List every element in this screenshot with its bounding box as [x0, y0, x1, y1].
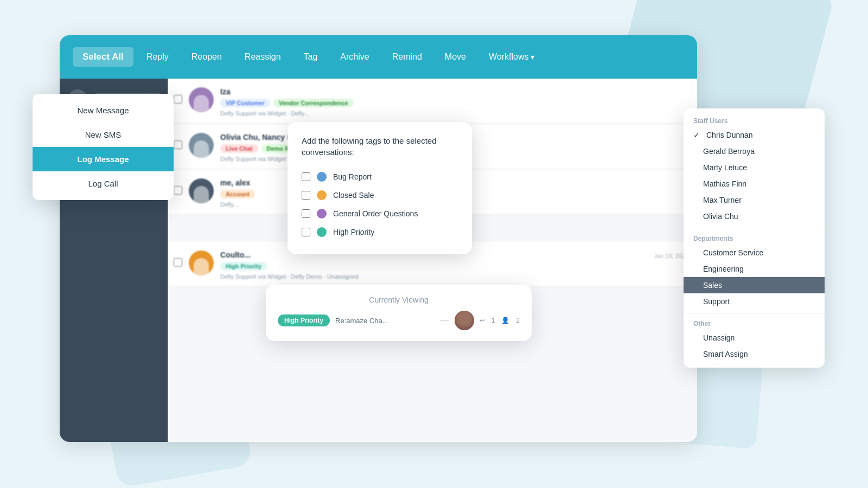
rd-staff-gerald[interactable]: Gerald Berroya — [684, 143, 825, 159]
rd-staff-marty-label: Marty Letuce — [703, 163, 747, 172]
tag-label-high-priority: High Priority — [333, 228, 374, 236]
rd-dept-engineering-label: Engineering — [703, 265, 744, 273]
tag-label-bug: Bug Report — [333, 172, 372, 181]
tag-checkbox-high-priority[interactable] — [302, 228, 310, 236]
conv-body-1: Iza VIP Customer Vendor Correspondence D… — [220, 87, 688, 117]
tag-dot-closed-sale — [317, 190, 327, 200]
reassign-dropdown[interactable]: Staff Users Chris Dunnan Gerald Berroya … — [684, 108, 825, 368]
tag-checkbox-closed-sale[interactable] — [302, 191, 310, 200]
conv-body-4: Coulto... High Priority Defly Support vi… — [220, 251, 647, 280]
rd-staff-marty[interactable]: Marty Letuce — [684, 159, 825, 176]
user-icon: 👤 — [501, 317, 509, 324]
tag-option-general-order[interactable]: General Order Questions — [302, 204, 458, 223]
remind-button[interactable]: Remind — [382, 48, 432, 66]
user-count: 2 — [516, 317, 520, 324]
new-sms-item[interactable]: New SMS — [33, 123, 174, 147]
viewing-avatar — [455, 311, 474, 330]
conv-avatar-2 — [189, 133, 214, 158]
rd-dept-customer-label: Customer Service — [703, 248, 763, 257]
rd-dept-sales-label: Sales — [703, 281, 722, 290]
toolbar: Select All Reply Reopen Reassign Tag Arc… — [60, 35, 697, 79]
workflows-button[interactable]: Workflows — [479, 48, 544, 66]
conv-avatar-3 — [189, 178, 214, 203]
tag-label-closed-sale: Closed Sale — [333, 191, 374, 200]
conv-tag-hp: High Priority — [220, 262, 267, 271]
viewing-popup: Currently Viewing High Priority Re:amaze… — [266, 285, 532, 341]
tag-label-general-order: General Order Questions — [333, 209, 418, 218]
conv-tag-livechat: Live Chat — [220, 144, 258, 153]
conv-avatar-1 — [189, 87, 214, 112]
rd-staff-chris[interactable]: Chris Dunnan — [684, 127, 825, 143]
tag-option-closed-sale[interactable]: Closed Sale — [302, 186, 458, 204]
rd-divider-2 — [684, 313, 825, 313]
archive-button[interactable]: Archive — [330, 48, 379, 66]
rd-divider-1 — [684, 228, 825, 228]
conv-checkbox-1[interactable] — [174, 95, 182, 104]
rd-dept-sales[interactable]: Sales — [684, 277, 825, 293]
move-button[interactable]: Move — [435, 48, 476, 66]
tag-dot-general-order — [317, 209, 327, 219]
rd-other-unassign[interactable]: Unassign — [684, 330, 825, 346]
viewing-separator: — — [441, 316, 449, 325]
rd-staff-mathias[interactable]: Mathias Finn — [684, 176, 825, 192]
rd-other-unassign-label: Unassign — [703, 333, 735, 342]
viewing-tag-badge: High Priority — [278, 314, 330, 326]
tag-button[interactable]: Tag — [294, 48, 328, 66]
rd-staff-olivia[interactable]: Olivia Chu — [684, 208, 825, 224]
reply-button[interactable]: Reply — [137, 48, 178, 66]
rd-other-smart-assign[interactable]: Smart Assign — [684, 346, 825, 362]
rd-dept-customer[interactable]: Customer Service — [684, 245, 825, 261]
other-section-title: Other — [684, 317, 825, 330]
conversation-item-1[interactable]: Iza VIP Customer Vendor Correspondence D… — [168, 79, 697, 124]
viewing-row: High Priority Re:amaze Cha... — ↩ 1 👤 2 — [278, 311, 520, 330]
tag-dot-bug — [317, 172, 327, 182]
conv-tag-account: Account — [220, 190, 255, 198]
new-message-dropdown[interactable]: New Message New SMS Log Message Log Call — [33, 94, 174, 200]
conv-checkbox-3[interactable] — [174, 186, 182, 195]
log-message-item[interactable]: Log Message — [33, 147, 174, 171]
conv-tag-vip: VIP Customer — [220, 99, 270, 107]
viewing-icons: ↩ 1 👤 2 — [480, 317, 520, 324]
new-message-item[interactable]: New Message — [33, 98, 174, 123]
conv-meta-1: Defly Support via Widget · Defly... — [220, 110, 688, 117]
rd-staff-mathias-label: Mathias Finn — [703, 179, 746, 188]
conv-tags-4: High Priority — [220, 262, 647, 271]
tag-option-high-priority[interactable]: High Priority — [302, 223, 458, 241]
conv-name-1: Iza — [220, 87, 688, 96]
tag-popup-title: Add the following tags to the selected c… — [302, 135, 458, 158]
tag-dot-high-priority — [317, 227, 327, 237]
conv-checkbox-2[interactable] — [174, 140, 182, 149]
viewing-title: Currently Viewing — [278, 296, 520, 304]
select-all-button[interactable]: Select All — [73, 47, 133, 67]
rd-dept-support[interactable]: Support — [684, 293, 825, 310]
conv-meta-4: Defly Support via Widget · Defly Demo · … — [220, 273, 647, 280]
viewing-text: Re:amaze Cha... — [335, 317, 435, 325]
rd-dept-engineering[interactable]: Engineering — [684, 261, 825, 277]
rd-staff-gerald-label: Gerald Berroya — [703, 147, 755, 156]
reopen-button[interactable]: Reopen — [182, 48, 232, 66]
rd-staff-chris-label: Chris Dunnan — [706, 131, 753, 139]
reassign-button[interactable]: Reassign — [235, 48, 291, 66]
tag-checkbox-general-order[interactable] — [302, 209, 310, 218]
rd-staff-olivia-label: Olivia Chu — [703, 212, 738, 221]
staff-section-title: Staff Users — [684, 114, 825, 127]
log-call-item[interactable]: Log Call — [33, 171, 174, 196]
tag-checkbox-bug[interactable] — [302, 172, 310, 181]
conv-checkbox-4[interactable] — [174, 258, 182, 267]
departments-section-title: Departments — [684, 232, 825, 245]
rd-other-smart-assign-label: Smart Assign — [703, 350, 748, 358]
reply-count: 1 — [492, 317, 495, 324]
rd-staff-max-label: Max Turner — [703, 196, 742, 204]
rd-staff-max[interactable]: Max Turner — [684, 192, 825, 208]
reply-icon: ↩ — [480, 317, 485, 324]
conv-tag-vendor: Vendor Correspondence — [273, 99, 354, 107]
tag-popup: Add the following tags to the selected c… — [288, 122, 472, 254]
tag-option-bug[interactable]: Bug Report — [302, 168, 458, 186]
rd-dept-support-label: Support — [703, 297, 730, 306]
conv-tags-1: VIP Customer Vendor Correspondence — [220, 99, 688, 107]
conv-avatar-4 — [189, 251, 214, 275]
